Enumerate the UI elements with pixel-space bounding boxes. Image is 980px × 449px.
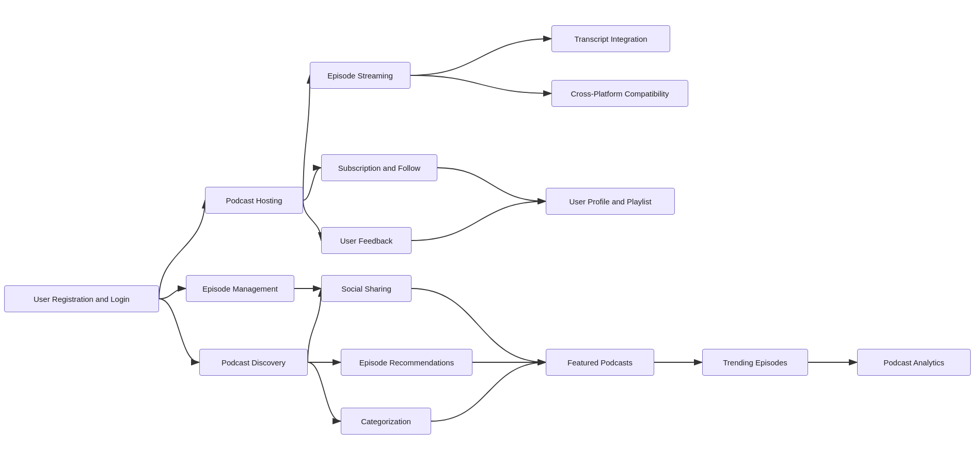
edge-user-feedback-user-profile [412,201,546,240]
connections-svg [0,0,980,449]
diagram-container: User Registration and LoginPodcast Hosti… [0,0,980,449]
node-user-profile[interactable]: User Profile and Playlist [546,188,675,215]
node-episode-streaming[interactable]: Episode Streaming [310,62,410,89]
edge-episode-streaming-transcript-integration [410,39,551,75]
node-user-feedback[interactable]: User Feedback [321,227,412,254]
node-episode-mgmt[interactable]: Episode Management [186,275,294,302]
edge-podcast-discovery-categorization [308,362,341,421]
node-podcast-discovery[interactable]: Podcast Discovery [199,349,308,376]
edge-podcast-hosting-user-feedback [303,200,321,240]
node-user-reg[interactable]: User Registration and Login [4,285,159,312]
edge-user-reg-podcast-discovery [159,299,199,362]
node-social-sharing[interactable]: Social Sharing [321,275,412,302]
node-episode-recommendations[interactable]: Episode Recommendations [341,349,472,376]
edge-podcast-discovery-social-sharing [308,288,321,362]
node-trending-episodes[interactable]: Trending Episodes [702,349,808,376]
edge-user-reg-episode-mgmt [159,288,186,299]
edge-podcast-hosting-subscription-follow [303,168,321,200]
edge-subscription-follow-user-profile [437,168,546,201]
node-cross-platform[interactable]: Cross-Platform Compatibility [551,80,688,107]
node-podcast-analytics[interactable]: Podcast Analytics [857,349,971,376]
node-featured-podcasts[interactable]: Featured Podcasts [546,349,654,376]
edge-episode-streaming-cross-platform [410,75,551,93]
node-subscription-follow[interactable]: Subscription and Follow [321,154,437,181]
node-transcript-integration[interactable]: Transcript Integration [551,25,670,52]
node-categorization[interactable]: Categorization [341,408,431,435]
edge-podcast-hosting-episode-streaming [303,75,310,200]
node-podcast-hosting[interactable]: Podcast Hosting [205,187,303,214]
